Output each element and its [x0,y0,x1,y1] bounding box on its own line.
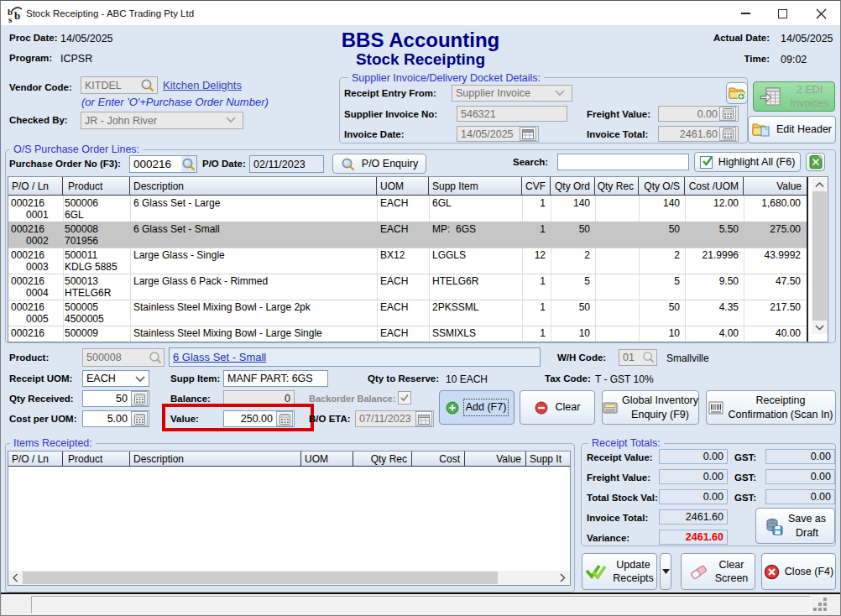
svg-text:s: s [8,14,13,23]
svg-text:b: b [14,9,20,22]
